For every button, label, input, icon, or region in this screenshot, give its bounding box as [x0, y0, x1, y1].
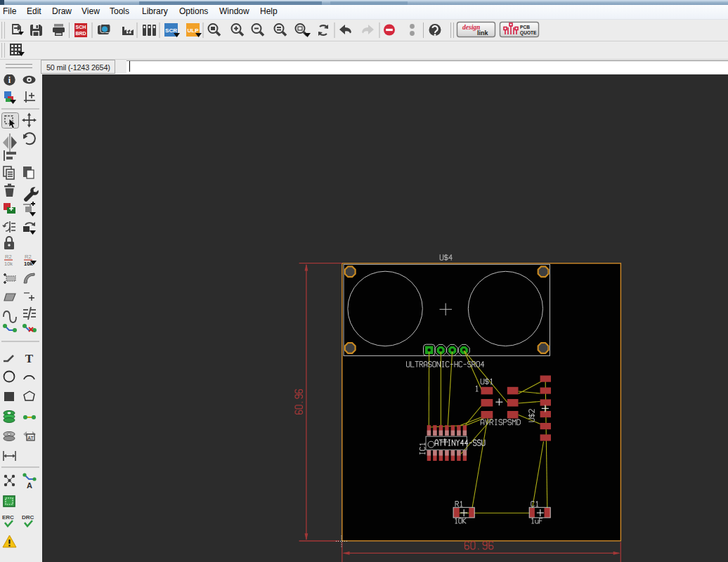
- svg-text:SCH: SCH: [76, 25, 86, 30]
- svg-text:SCR: SCR: [165, 27, 177, 34]
- svg-text:A: A: [27, 481, 32, 490]
- svg-text:T: T: [25, 352, 34, 365]
- svg-text:10k: 10k: [4, 261, 13, 267]
- svg-text:QUOTE: QUOTE: [520, 30, 537, 36]
- svg-text:R2: R2: [25, 254, 32, 260]
- svg-text:ERC: ERC: [2, 514, 14, 521]
- svg-text:DRC: DRC: [22, 514, 34, 521]
- svg-text:ULP: ULP: [188, 27, 200, 34]
- svg-text:AT: AT: [27, 436, 34, 440]
- svg-text:PCB: PCB: [520, 25, 530, 30]
- svg-text:BRD: BRD: [75, 31, 86, 36]
- svg-text:link: link: [477, 30, 488, 37]
- svg-text:R2: R2: [5, 254, 12, 260]
